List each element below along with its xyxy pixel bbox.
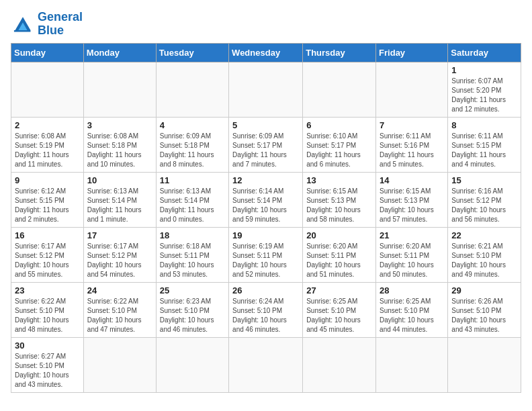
day-header-thursday: Thursday <box>303 43 376 62</box>
calendar-cell: 6Sunrise: 6:10 AM Sunset: 5:17 PM Daylig… <box>303 117 376 172</box>
calendar-cell <box>376 337 448 392</box>
day-header-sunday: Sunday <box>11 43 84 62</box>
day-info: Sunrise: 6:13 AM Sunset: 5:14 PM Dayligh… <box>87 187 152 224</box>
day-number: 20 <box>306 230 372 240</box>
day-number: 9 <box>15 175 80 185</box>
day-number: 24 <box>87 285 152 295</box>
day-number: 8 <box>451 120 517 130</box>
day-number: 11 <box>160 175 225 185</box>
calendar-cell: 17Sunrise: 6:17 AM Sunset: 5:12 PM Dayli… <box>83 227 156 282</box>
calendar-cell: 11Sunrise: 6:13 AM Sunset: 5:14 PM Dayli… <box>156 172 228 227</box>
day-number: 2 <box>15 120 80 130</box>
day-info: Sunrise: 6:19 AM Sunset: 5:11 PM Dayligh… <box>232 242 299 279</box>
day-number: 28 <box>380 285 444 295</box>
calendar-cell: 28Sunrise: 6:25 AM Sunset: 5:10 PM Dayli… <box>376 282 448 337</box>
calendar-cell: 29Sunrise: 6:26 AM Sunset: 5:10 PM Dayli… <box>448 282 521 337</box>
calendar-cell <box>156 62 228 117</box>
day-number: 26 <box>232 285 299 295</box>
day-number: 10 <box>87 175 152 185</box>
day-header-monday: Monday <box>83 43 156 62</box>
calendar-cell: 2Sunrise: 6:08 AM Sunset: 5:19 PM Daylig… <box>11 117 84 172</box>
day-info: Sunrise: 6:13 AM Sunset: 5:14 PM Dayligh… <box>160 187 225 224</box>
day-number: 29 <box>451 285 517 295</box>
day-number: 3 <box>87 120 152 130</box>
calendar-cell: 10Sunrise: 6:13 AM Sunset: 5:14 PM Dayli… <box>83 172 156 227</box>
day-number: 4 <box>160 120 225 130</box>
calendar-cell: 20Sunrise: 6:20 AM Sunset: 5:11 PM Dayli… <box>303 227 376 282</box>
day-info: Sunrise: 6:25 AM Sunset: 5:10 PM Dayligh… <box>380 297 444 334</box>
calendar-week-2: 2Sunrise: 6:08 AM Sunset: 5:19 PM Daylig… <box>11 117 521 172</box>
day-info: Sunrise: 6:20 AM Sunset: 5:11 PM Dayligh… <box>380 242 444 279</box>
logo-blue: Blue <box>38 24 64 37</box>
calendar-cell: 26Sunrise: 6:24 AM Sunset: 5:10 PM Dayli… <box>229 282 303 337</box>
calendar-cell <box>229 62 303 117</box>
day-number: 7 <box>380 120 444 130</box>
calendar-cell: 4Sunrise: 6:09 AM Sunset: 5:18 PM Daylig… <box>156 117 228 172</box>
day-info: Sunrise: 6:10 AM Sunset: 5:17 PM Dayligh… <box>306 132 372 169</box>
day-header-friday: Friday <box>376 43 448 62</box>
day-info: Sunrise: 6:08 AM Sunset: 5:19 PM Dayligh… <box>15 132 80 169</box>
calendar-cell: 16Sunrise: 6:17 AM Sunset: 5:12 PM Dayli… <box>11 227 84 282</box>
day-number: 18 <box>160 230 225 240</box>
calendar-cell <box>303 337 376 392</box>
day-info: Sunrise: 6:17 AM Sunset: 5:12 PM Dayligh… <box>15 242 80 279</box>
day-header-tuesday: Tuesday <box>156 43 228 62</box>
calendar-week-1: 1Sunrise: 6:07 AM Sunset: 5:20 PM Daylig… <box>11 62 521 117</box>
calendar: SundayMondayTuesdayWednesdayThursdayFrid… <box>11 43 521 393</box>
logo-general: General <box>38 10 83 24</box>
calendar-week-3: 9Sunrise: 6:12 AM Sunset: 5:15 PM Daylig… <box>11 172 521 227</box>
calendar-cell <box>303 62 376 117</box>
day-number: 21 <box>380 230 444 240</box>
calendar-cell: 18Sunrise: 6:18 AM Sunset: 5:11 PM Dayli… <box>156 227 228 282</box>
day-number: 16 <box>15 230 80 240</box>
day-info: Sunrise: 6:25 AM Sunset: 5:10 PM Dayligh… <box>306 297 372 334</box>
calendar-week-6: 30Sunrise: 6:27 AM Sunset: 5:10 PM Dayli… <box>11 337 521 392</box>
logo-icon <box>11 15 35 34</box>
day-info: Sunrise: 6:11 AM Sunset: 5:16 PM Dayligh… <box>380 132 444 169</box>
day-number: 19 <box>232 230 299 240</box>
day-number: 23 <box>15 285 80 295</box>
day-info: Sunrise: 6:27 AM Sunset: 5:10 PM Dayligh… <box>15 352 80 390</box>
day-number: 22 <box>451 230 517 240</box>
day-info: Sunrise: 6:08 AM Sunset: 5:18 PM Dayligh… <box>87 132 152 169</box>
day-info: Sunrise: 6:11 AM Sunset: 5:15 PM Dayligh… <box>451 132 517 169</box>
day-info: Sunrise: 6:21 AM Sunset: 5:10 PM Dayligh… <box>451 242 517 279</box>
day-header-saturday: Saturday <box>448 43 521 62</box>
calendar-week-4: 16Sunrise: 6:17 AM Sunset: 5:12 PM Dayli… <box>11 227 521 282</box>
day-info: Sunrise: 6:15 AM Sunset: 5:13 PM Dayligh… <box>380 187 444 224</box>
calendar-cell: 25Sunrise: 6:23 AM Sunset: 5:10 PM Dayli… <box>156 282 228 337</box>
day-number: 15 <box>451 175 517 185</box>
day-info: Sunrise: 6:15 AM Sunset: 5:13 PM Dayligh… <box>306 187 372 224</box>
calendar-cell: 9Sunrise: 6:12 AM Sunset: 5:15 PM Daylig… <box>11 172 84 227</box>
calendar-cell: 13Sunrise: 6:15 AM Sunset: 5:13 PM Dayli… <box>303 172 376 227</box>
day-number: 6 <box>306 120 372 130</box>
day-number: 25 <box>160 285 225 295</box>
day-number: 17 <box>87 230 152 240</box>
day-info: Sunrise: 6:16 AM Sunset: 5:12 PM Dayligh… <box>451 187 517 224</box>
calendar-cell: 14Sunrise: 6:15 AM Sunset: 5:13 PM Dayli… <box>376 172 448 227</box>
calendar-cell <box>376 62 448 117</box>
calendar-cell: 21Sunrise: 6:20 AM Sunset: 5:11 PM Dayli… <box>376 227 448 282</box>
calendar-cell: 5Sunrise: 6:09 AM Sunset: 5:17 PM Daylig… <box>229 117 303 172</box>
calendar-cell: 30Sunrise: 6:27 AM Sunset: 5:10 PM Dayli… <box>11 337 84 392</box>
day-info: Sunrise: 6:26 AM Sunset: 5:10 PM Dayligh… <box>451 297 517 334</box>
day-number: 12 <box>232 175 299 185</box>
calendar-cell: 19Sunrise: 6:19 AM Sunset: 5:11 PM Dayli… <box>229 227 303 282</box>
svg-rect-2 <box>14 30 31 32</box>
calendar-cell: 15Sunrise: 6:16 AM Sunset: 5:12 PM Dayli… <box>448 172 521 227</box>
calendar-header-row: SundayMondayTuesdayWednesdayThursdayFrid… <box>11 43 521 62</box>
calendar-cell: 12Sunrise: 6:14 AM Sunset: 5:14 PM Dayli… <box>229 172 303 227</box>
calendar-cell: 27Sunrise: 6:25 AM Sunset: 5:10 PM Dayli… <box>303 282 376 337</box>
day-info: Sunrise: 6:07 AM Sunset: 5:20 PM Dayligh… <box>451 77 517 114</box>
day-info: Sunrise: 6:18 AM Sunset: 5:11 PM Dayligh… <box>160 242 225 279</box>
calendar-cell: 24Sunrise: 6:22 AM Sunset: 5:10 PM Dayli… <box>83 282 156 337</box>
calendar-cell: 23Sunrise: 6:22 AM Sunset: 5:10 PM Dayli… <box>11 282 84 337</box>
day-number: 14 <box>380 175 444 185</box>
day-info: Sunrise: 6:14 AM Sunset: 5:14 PM Dayligh… <box>232 187 299 224</box>
day-number: 1 <box>451 65 517 75</box>
calendar-cell: 8Sunrise: 6:11 AM Sunset: 5:15 PM Daylig… <box>448 117 521 172</box>
day-info: Sunrise: 6:12 AM Sunset: 5:15 PM Dayligh… <box>15 187 80 224</box>
calendar-cell <box>156 337 228 392</box>
day-info: Sunrise: 6:09 AM Sunset: 5:17 PM Dayligh… <box>232 132 299 169</box>
day-info: Sunrise: 6:20 AM Sunset: 5:11 PM Dayligh… <box>306 242 372 279</box>
